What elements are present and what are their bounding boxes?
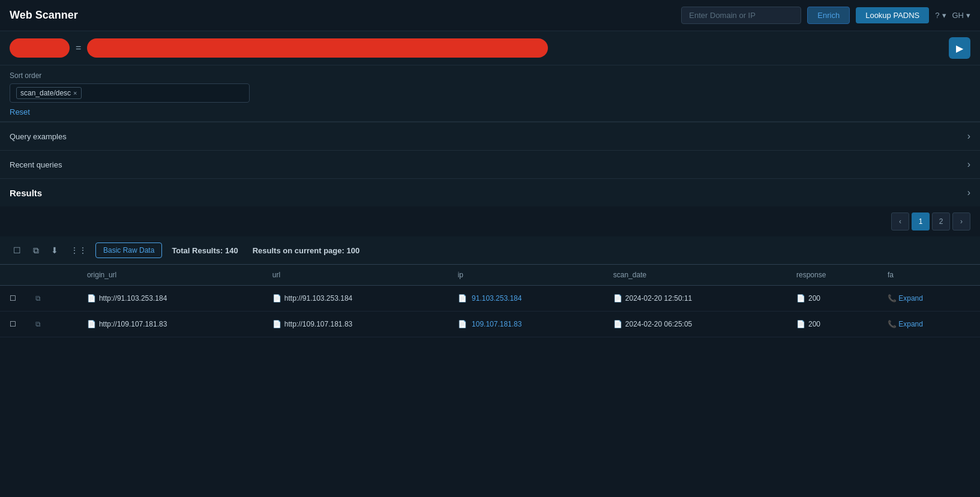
- query-bar: = ▶: [0, 31, 980, 65]
- checkbox-icon-1: ☐: [10, 320, 16, 328]
- row-checkbox-1[interactable]: ☐: [0, 312, 26, 337]
- user-initials: GH: [952, 11, 964, 20]
- run-button[interactable]: ▶: [949, 37, 970, 59]
- col-ip: ip: [448, 265, 604, 286]
- query-examples-chevron: ›: [967, 131, 970, 142]
- recent-queries-chevron: ›: [967, 159, 970, 170]
- current-page-results-label: Results on current page: 100: [253, 246, 359, 255]
- row-ip-1[interactable]: 📄 109.107.181.83: [448, 312, 604, 337]
- total-results-label: Total Results: 140: [172, 246, 238, 255]
- query-pill-1[interactable]: [10, 38, 70, 58]
- recent-queries-label: Recent queries: [10, 160, 62, 169]
- col-checkbox: [0, 265, 26, 286]
- row-copy-0[interactable]: ⧉: [26, 286, 77, 312]
- results-chevron: ›: [967, 187, 970, 198]
- sort-input-box[interactable]: scan_date/desc ×: [10, 83, 250, 103]
- table-header-row: origin_url url ip scan_date response fa: [0, 265, 980, 286]
- download-icon: ⬇: [51, 245, 58, 255]
- domain-input[interactable]: [681, 7, 801, 24]
- sort-tag-text: scan_date/desc: [20, 89, 71, 97]
- table-wrapper: origin_url url ip scan_date response fa …: [0, 265, 980, 337]
- query-equals: =: [76, 43, 81, 53]
- page-2-button[interactable]: 2: [932, 212, 950, 230]
- help-button[interactable]: ? ▾: [935, 11, 946, 20]
- col-copy: [26, 265, 77, 286]
- row-copy-1[interactable]: ⧉: [26, 312, 77, 337]
- row-scan-date-1: 📄2024-02-20 06:25:05: [604, 312, 787, 337]
- doc-icon-ip-1: 📄: [458, 320, 467, 328]
- row-expand-1[interactable]: 📞 Expand: [878, 312, 980, 337]
- sort-section: Sort order scan_date/desc × Reset: [0, 65, 980, 122]
- columns-button[interactable]: ⋮⋮: [67, 243, 91, 258]
- row-response-1: 📄200: [787, 312, 878, 337]
- run-icon: ▶: [956, 43, 963, 54]
- row-url-1: 📄http://109.107.181.83: [263, 312, 448, 337]
- row-checkbox-0[interactable]: ☐: [0, 286, 26, 312]
- doc-icon-resp-1: 📄: [796, 320, 805, 328]
- help-chevron: ▾: [942, 11, 946, 20]
- prev-page-button[interactable]: ‹: [891, 212, 909, 230]
- ip-link-0[interactable]: 91.103.253.184: [472, 294, 522, 303]
- columns-icon: ⋮⋮: [70, 245, 87, 255]
- sort-tag-remove[interactable]: ×: [73, 89, 77, 97]
- sort-tag: scan_date/desc ×: [16, 87, 82, 99]
- page-1-button[interactable]: 1: [912, 212, 930, 230]
- app-title: Web Scanner: [10, 9, 681, 22]
- col-url: url: [263, 265, 448, 286]
- recent-queries-section[interactable]: Recent queries ›: [0, 150, 980, 178]
- doc-icon-origin-0: 📄: [87, 294, 96, 303]
- row-url-0: 📄http://91.103.253.184: [263, 286, 448, 312]
- select-all-checkbox[interactable]: ☐: [10, 243, 25, 258]
- user-menu[interactable]: GH ▾: [952, 11, 971, 20]
- expand-button-1[interactable]: Expand: [898, 320, 923, 328]
- col-scan-date: scan_date: [604, 265, 787, 286]
- results-title: Results: [10, 188, 42, 198]
- row-expand-0[interactable]: 📞 Expand: [878, 286, 980, 312]
- total-results-count: 140: [225, 246, 238, 255]
- header: Web Scanner Enrich Lookup PADNS ? ▾ GH ▾: [0, 0, 980, 31]
- basic-raw-button[interactable]: Basic Raw Data: [95, 242, 162, 258]
- table-toolbar: ☐ ⧉ ⬇ ⋮⋮ Basic Raw Data Total Results: 1…: [0, 236, 980, 265]
- doc-icon-url-1: 📄: [272, 320, 281, 328]
- col-response: response: [787, 265, 878, 286]
- main-content: ‹ 1 2 › ☐ ⧉ ⬇ ⋮⋮ Basic Raw Data Total Re…: [0, 206, 980, 337]
- query-pill-2[interactable]: [87, 38, 548, 58]
- doc-icon-date-1: 📄: [613, 320, 622, 328]
- ip-link-1[interactable]: 109.107.181.83: [472, 320, 522, 328]
- query-examples-label: Query examples: [10, 132, 67, 141]
- next-page-button[interactable]: ›: [952, 212, 970, 230]
- user-chevron: ▾: [966, 11, 970, 20]
- current-page-text: Results on current page:: [253, 246, 347, 255]
- doc-icon-resp-0: 📄: [796, 294, 805, 303]
- total-results-text: Total Results:: [172, 246, 225, 255]
- phone-icon-0: 📞: [888, 294, 897, 303]
- header-right: Enrich Lookup PADNS ? ▾ GH ▾: [681, 7, 970, 24]
- table-row: ☐ ⧉ 📄http://109.107.181.83 📄http://109.1…: [0, 312, 980, 337]
- doc-icon-ip-0: 📄: [458, 294, 467, 303]
- row-response-0: 📄200: [787, 286, 878, 312]
- row-origin-url-0: 📄http://91.103.253.184: [77, 286, 263, 312]
- row-origin-url-1: 📄http://109.107.181.83: [77, 312, 263, 337]
- checkbox-icon: ☐: [13, 245, 21, 255]
- copy-icon-0: ⧉: [35, 294, 41, 303]
- help-icon: ?: [935, 11, 939, 20]
- results-header: Results ›: [0, 178, 980, 206]
- table-row: ☐ ⧉ 📄http://91.103.253.184 📄http://91.10…: [0, 286, 980, 312]
- lookup-button[interactable]: Lookup PADNS: [856, 7, 929, 23]
- row-ip-0[interactable]: 📄 91.103.253.184: [448, 286, 604, 312]
- query-examples-section[interactable]: Query examples ›: [0, 122, 980, 150]
- doc-icon-url-0: 📄: [272, 294, 281, 303]
- col-fa: fa: [878, 265, 980, 286]
- current-page-count: 100: [346, 246, 359, 255]
- copy-button[interactable]: ⧉: [29, 243, 43, 258]
- col-origin-url: origin_url: [77, 265, 263, 286]
- download-button[interactable]: ⬇: [47, 243, 62, 258]
- copy-icon-1: ⧉: [35, 320, 41, 328]
- doc-icon-origin-1: 📄: [87, 320, 96, 328]
- enrich-button[interactable]: Enrich: [807, 7, 850, 24]
- sort-label: Sort order: [10, 71, 970, 80]
- expand-button-0[interactable]: Expand: [898, 294, 923, 303]
- reset-link[interactable]: Reset: [10, 107, 30, 116]
- checkbox-icon-0: ☐: [10, 294, 16, 303]
- sort-input-row: scan_date/desc ×: [10, 83, 970, 103]
